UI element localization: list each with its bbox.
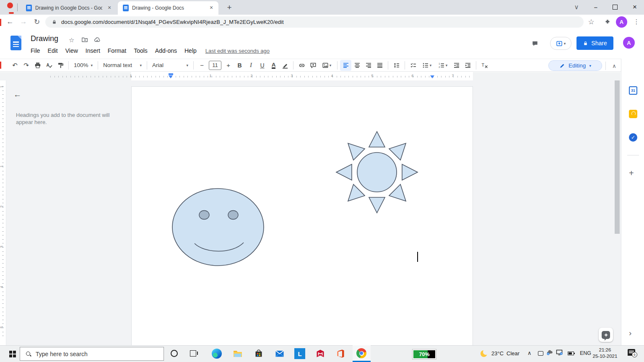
spell-check-button[interactable] <box>43 60 55 71</box>
taskbar-search-box[interactable]: Type here to search <box>20 347 164 361</box>
last-edit-link[interactable]: Last edit was seconds ago <box>205 48 270 54</box>
bulleted-list-button[interactable]: ▾ <box>419 60 435 71</box>
calendar-icon[interactable]: 31 <box>629 86 637 95</box>
open-comments-icon[interactable] <box>529 38 541 49</box>
paint-format-button[interactable] <box>55 60 66 71</box>
align-right-button[interactable] <box>363 60 374 71</box>
menu-tools[interactable]: Tools <box>130 46 151 55</box>
window-maximize-button[interactable] <box>606 0 624 14</box>
new-tab-button[interactable]: + <box>224 2 235 13</box>
weather-condition[interactable]: Clear <box>506 350 519 357</box>
mail-taskbar-icon[interactable] <box>275 349 285 359</box>
menu-file[interactable]: File <box>27 46 44 55</box>
weather-temperature[interactable]: 23°C <box>491 350 504 357</box>
align-justify-button[interactable] <box>374 60 385 71</box>
decrease-indent-button[interactable] <box>451 60 462 71</box>
print-button[interactable] <box>32 60 43 71</box>
italic-button[interactable]: I <box>245 60 257 71</box>
bold-button[interactable]: B <box>234 60 245 71</box>
line-spacing-button[interactable] <box>391 60 402 71</box>
browser-profile-avatar[interactable]: A <box>616 16 627 28</box>
cortana-button[interactable] <box>171 350 178 357</box>
numbered-list-button[interactable]: ▾ <box>435 60 451 71</box>
mcafee-taskbar-icon[interactable] <box>315 349 325 359</box>
tab-close-icon[interactable]: × <box>106 4 113 12</box>
browser-tab-inactive[interactable]: Drawing in Google Docs - Google × <box>21 1 117 15</box>
edge-taskbar-icon[interactable] <box>212 349 222 359</box>
paragraph-style-select[interactable]: Normal text▾ <box>101 60 144 71</box>
office-taskbar-icon[interactable] <box>335 349 345 359</box>
align-center-button[interactable] <box>351 60 363 71</box>
menu-addons[interactable]: Add-ons <box>151 46 181 55</box>
start-button[interactable] <box>9 351 16 357</box>
highlight-color-button[interactable] <box>279 60 291 71</box>
battery-tray-icon[interactable] <box>568 352 574 355</box>
tablet-mode-tray-icon[interactable] <box>538 351 543 356</box>
menu-insert[interactable]: Insert <box>82 46 104 55</box>
menu-edit[interactable]: Edit <box>44 46 62 55</box>
keep-icon[interactable] <box>629 110 637 118</box>
star-document-icon[interactable]: ☆ <box>69 36 74 44</box>
tab-close-icon[interactable]: × <box>208 4 215 12</box>
address-bar[interactable]: docs.google.com/document/d/1Nsqaf4_PGevS… <box>45 16 584 28</box>
insert-link-button[interactable] <box>296 60 307 71</box>
document-title[interactable]: Drawing <box>31 34 58 43</box>
onedrive-tray-icon[interactable] <box>546 349 553 357</box>
file-explorer-taskbar-icon[interactable] <box>233 349 243 359</box>
language-indicator[interactable]: ENG <box>580 350 591 356</box>
presentation-button[interactable]: ▾ <box>550 37 571 50</box>
scrollbar-thumb[interactable] <box>615 80 620 234</box>
back-icon[interactable]: ← <box>4 16 16 28</box>
underline-button[interactable]: U <box>257 60 268 71</box>
l-app-taskbar-icon[interactable]: L <box>294 348 305 359</box>
hide-side-panel-icon[interactable]: › <box>629 328 631 338</box>
window-minimize-button[interactable]: − <box>587 0 605 14</box>
move-folder-icon[interactable] <box>81 36 88 44</box>
menu-help[interactable]: Help <box>181 46 200 55</box>
microsoft-store-taskbar-icon[interactable] <box>254 349 264 359</box>
tab-search-chevron-icon[interactable]: ∨ <box>567 0 586 14</box>
zoom-select[interactable]: 100%▾ <box>71 60 95 71</box>
show-hidden-icons-chevron[interactable]: ∧ <box>527 350 532 356</box>
display-sync-tray-icon[interactable] <box>556 349 563 357</box>
increase-font-size-button[interactable]: + <box>223 60 234 71</box>
document-status-cloud-icon[interactable] <box>94 36 101 44</box>
add-addon-icon[interactable]: + <box>629 168 634 178</box>
close-outline-icon[interactable]: ← <box>13 90 21 99</box>
right-indent-marker[interactable] <box>430 75 434 78</box>
increase-indent-button[interactable] <box>462 60 473 71</box>
align-left-button[interactable] <box>340 60 351 71</box>
first-line-indent-marker[interactable] <box>169 73 173 75</box>
action-center-icon[interactable]: 6 <box>628 349 635 356</box>
taskbar-clock[interactable]: 21:26 25-10-2021 <box>592 347 618 359</box>
left-indent-marker[interactable] <box>169 75 173 78</box>
menu-view[interactable]: View <box>62 46 82 55</box>
decrease-font-size-button[interactable]: − <box>196 60 208 71</box>
tasks-icon[interactable]: ✓ <box>629 133 637 142</box>
document-page[interactable] <box>131 86 473 346</box>
extensions-icon[interactable] <box>602 16 613 28</box>
google-docs-logo[interactable] <box>10 36 21 50</box>
browser-tab-active[interactable]: Drawing - Google Docs × <box>118 1 218 15</box>
forward-icon[interactable]: → <box>18 16 29 28</box>
undo-button[interactable]: ↶ <box>9 60 21 71</box>
redo-button[interactable]: ↷ <box>21 60 32 71</box>
share-button[interactable]: Share <box>576 36 613 50</box>
task-view-button[interactable] <box>190 350 196 357</box>
add-comment-button[interactable] <box>307 60 319 71</box>
weather-moon-icon[interactable] <box>480 350 487 357</box>
font-size-input[interactable]: 11 <box>209 61 221 70</box>
editing-mode-select[interactable]: Editing ▾ <box>548 60 602 71</box>
font-family-select[interactable]: Arial▾ <box>150 60 191 71</box>
reload-icon[interactable]: ↻ <box>31 16 43 28</box>
insert-image-button[interactable]: ▾ <box>319 60 335 71</box>
explore-button[interactable] <box>599 328 613 342</box>
chrome-taskbar-active-cell[interactable] <box>353 345 371 362</box>
window-close-button[interactable]: × <box>626 0 644 14</box>
text-color-button[interactable]: A <box>268 60 279 71</box>
checklist-button[interactable] <box>408 60 419 71</box>
docs-profile-avatar[interactable]: A <box>623 37 635 49</box>
browser-menu-icon[interactable]: ⋮ <box>631 16 642 28</box>
hide-menus-button[interactable]: ∧ <box>609 60 620 71</box>
bookmark-star-icon[interactable]: ☆ <box>585 16 597 28</box>
